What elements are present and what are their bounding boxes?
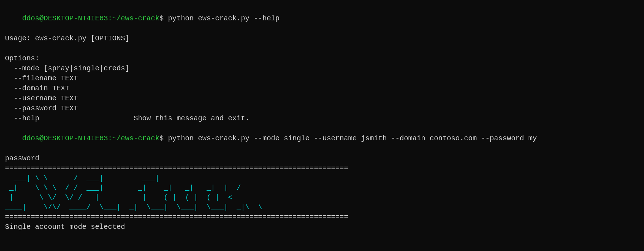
line-8: --username TEXT: [5, 94, 639, 104]
terminal-window: ddos@DESKTOP-NT4IE63:~/ews-crack$ python…: [5, 4, 639, 232]
ascii-line-3: | \ \/ \/ / | | ( | ( | ( | <: [5, 193, 639, 202]
ascii-art-block: ___| \ \ / ___| ___| _| \ \ \ / / ___| _…: [5, 174, 639, 212]
line-6: --filename TEXT: [5, 74, 639, 84]
line-11: ddos@DESKTOP-NT4IE63:~/ews-crack$ python…: [5, 124, 639, 154]
line-5: --mode [spray|single|creds]: [5, 64, 639, 74]
line-1: ddos@DESKTOP-NT4IE63:~/ews-crack$ python…: [5, 4, 639, 34]
separator-1: ========================================…: [5, 164, 639, 174]
line-final: Single account mode selected: [5, 222, 639, 232]
separator-2: ========================================…: [5, 212, 639, 222]
ascii-line-4: ____| \/\/ ____/ \___| _| \___| \___| \_…: [5, 202, 639, 212]
ascii-line-1: ___| \ \ / ___| ___|: [5, 174, 639, 183]
command-1: $ python ews-crack.py --help: [159, 14, 279, 22]
line-10: --help Show this message and exit.: [5, 114, 639, 124]
line-12: password: [5, 154, 639, 164]
prompt-1: ddos@DESKTOP-NT4IE63:~/ews-crack: [22, 14, 159, 22]
line-2: Usage: ews-crack.py [OPTIONS]: [5, 34, 639, 44]
command-2: $ python ews-crack.py --mode single --us…: [159, 134, 537, 142]
line-3: [5, 44, 639, 54]
line-7: --domain TEXT: [5, 84, 639, 94]
line-4: Options:: [5, 54, 639, 64]
ascii-line-2: _| \ \ \ / / ___| _| _| _| _| | /: [5, 183, 639, 193]
line-9: --password TEXT: [5, 104, 639, 114]
prompt-2: ddos@DESKTOP-NT4IE63:~/ews-crack: [22, 134, 159, 142]
